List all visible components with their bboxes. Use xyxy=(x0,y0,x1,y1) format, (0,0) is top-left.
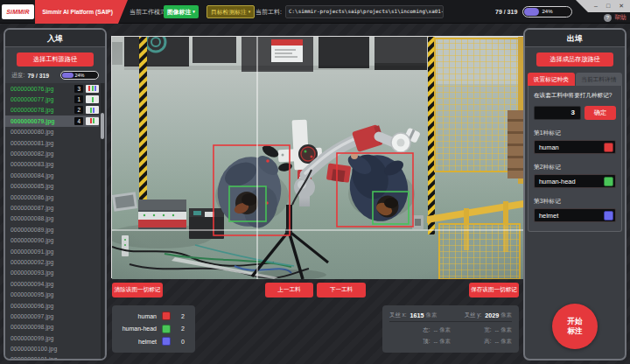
previous-item-button[interactable]: 上一工料 xyxy=(265,283,313,298)
file-row[interactable]: 0000000097.jpg xyxy=(5,311,99,321)
tab-item-details[interactable]: 当前工料详情 xyxy=(576,73,623,86)
crosshair-x-value: 1615 xyxy=(410,312,424,319)
legend-count: 0 xyxy=(181,339,185,345)
file-row[interactable]: 0000000078.jpg2 xyxy=(5,105,99,116)
chevron-down-icon: ▾ xyxy=(248,9,251,14)
file-name: 0000000099.jpg xyxy=(10,335,53,341)
file-row[interactable]: 0000000095.jpg xyxy=(5,289,99,299)
mark-count-question: 在该套工料中将要打几种标记? xyxy=(534,92,616,100)
mark-name-value: human-head xyxy=(535,178,604,186)
mode-dropdown-image-annotation[interactable]: 图像标注▾ xyxy=(164,5,199,18)
annotation-canvas[interactable] xyxy=(111,36,528,278)
legend-count: 2 xyxy=(181,326,185,332)
file-name: 00000000101.jpg xyxy=(10,356,57,359)
file-row[interactable]: 0000000098.jpg xyxy=(5,322,99,332)
mark-name-input[interactable]: human xyxy=(534,140,616,154)
minimize-button[interactable]: – xyxy=(594,0,598,12)
close-button[interactable]: ✕ xyxy=(619,0,624,12)
file-row[interactable]: 0000000079.jpg4 xyxy=(5,116,99,126)
file-row[interactable]: 0000000087.jpg xyxy=(5,202,99,213)
file-name: 0000000083.jpg xyxy=(10,161,53,167)
global-progress-bar: 24% xyxy=(522,6,572,18)
mark-fields: 第1种标记human第2种标记human-head第3种标记helmet xyxy=(534,129,616,222)
scrollbar-thumb[interactable] xyxy=(101,113,104,139)
file-row[interactable]: 0000000094.jpg xyxy=(5,278,99,289)
mode-dropdown-object-detection[interactable]: 目标检测标注▾ xyxy=(206,5,255,18)
file-row[interactable]: 0000000090.jpg xyxy=(5,234,99,245)
file-name: 0000000084.jpg xyxy=(10,172,53,178)
file-name: 0000000088.jpg xyxy=(10,215,53,221)
progress-label: 进度: xyxy=(11,71,24,80)
file-name: 0000000078.jpg xyxy=(10,107,53,113)
select-output-path-button[interactable]: 选择成品存放路径 xyxy=(536,52,613,66)
legend-label: human xyxy=(118,313,157,319)
class-legend: human2human-head2helmet0 xyxy=(112,305,195,353)
mark-type-label: 第2种标记 xyxy=(534,163,616,172)
mark-name-value: helmet xyxy=(535,212,604,220)
file-row[interactable]: 0000000089.jpg xyxy=(5,224,99,234)
save-marks-button[interactable]: 保存该图一切标记 xyxy=(469,283,519,298)
file-row[interactable]: 0000000093.jpg xyxy=(5,268,99,278)
file-row[interactable]: 0000000086.jpg xyxy=(5,192,99,202)
file-row[interactable]: 0000000092.jpg xyxy=(5,256,99,267)
select-source-path-button[interactable]: 选择工料源路径 xyxy=(17,52,94,66)
file-row[interactable]: 0000000096.jpg xyxy=(5,300,99,311)
legend-color-swatch xyxy=(162,312,171,320)
file-row[interactable]: 0000000077.jpg1 xyxy=(5,94,99,104)
mark-name-input[interactable]: human-head xyxy=(534,174,616,188)
output-panel: 出埠 选择成品存放路径 设置标记种类 当前工料详情 在该套工料中将要打几种标记?… xyxy=(523,28,626,360)
app-logo: SiMMIR xyxy=(2,4,34,19)
start-annotation-button[interactable]: 开始标注 xyxy=(552,304,598,349)
file-name: 0000000096.jpg xyxy=(10,303,53,309)
clear-marks-button[interactable]: 清除该图一切标记 xyxy=(112,283,163,298)
file-row[interactable]: 0000000091.jpg xyxy=(5,246,99,256)
next-item-button[interactable]: 下一工料 xyxy=(317,283,366,298)
help-icon: ? xyxy=(604,14,612,22)
file-row[interactable]: 0000000080.jpg xyxy=(5,127,99,137)
file-row[interactable]: 0000000099.jpg xyxy=(5,332,99,343)
box-top-value: -- xyxy=(433,338,438,346)
file-name: 0000000098.jpg xyxy=(10,324,53,330)
file-row[interactable]: 0000000083.jpg xyxy=(5,159,99,170)
help-button[interactable]: ? 帮助 xyxy=(604,13,626,22)
maximize-button[interactable]: □ xyxy=(606,0,610,12)
file-name: 0000000081.jpg xyxy=(10,140,53,146)
mark-type-label: 第1种标记 xyxy=(534,129,616,137)
crosshair-y-value: 2029 xyxy=(485,312,499,319)
confirm-button[interactable]: 确定 xyxy=(584,106,616,120)
file-name: 0000000093.jpg xyxy=(10,270,53,276)
file-name: 0000000087.jpg xyxy=(10,205,53,211)
file-row[interactable]: 0000000085.jpg xyxy=(5,181,99,192)
mark-name-input[interactable]: helmet xyxy=(534,208,616,222)
workshop-photo xyxy=(112,37,528,279)
legend-row: human-head2 xyxy=(118,323,189,336)
mark-color-swatch[interactable] xyxy=(604,143,613,152)
output-panel-title: 出埠 xyxy=(525,30,625,47)
input-panel-title: 入埠 xyxy=(5,30,105,47)
file-row[interactable]: 0000000081.jpg xyxy=(5,137,99,148)
file-row[interactable]: 0000000076.jpg3 xyxy=(5,83,99,94)
current-file-path[interactable]: C:\simmir-projects\saip\projects\s1\inco… xyxy=(285,5,444,18)
box-height-label: 高: xyxy=(484,338,491,346)
mark-color-swatch[interactable] xyxy=(604,177,613,186)
tab-mark-types[interactable]: 设置标记种类 xyxy=(528,73,575,86)
legend-row: human2 xyxy=(118,310,189,323)
window-controls: – □ ✕ xyxy=(565,0,630,12)
file-class-indicator xyxy=(86,117,99,125)
file-row[interactable]: 0000000084.jpg xyxy=(5,170,99,180)
progress-counter: 79 / 319 xyxy=(27,73,49,79)
file-row[interactable]: 0000000088.jpg xyxy=(5,214,99,224)
file-name: 0000000077.jpg xyxy=(10,96,53,102)
mark-name-value: human xyxy=(535,144,604,151)
box-width-label: 宽: xyxy=(484,326,491,334)
chevron-down-icon: ▾ xyxy=(192,9,195,14)
file-name: 0000000086.jpg xyxy=(10,194,53,200)
file-row[interactable]: 00000000100.jpg xyxy=(5,343,99,354)
file-row[interactable]: 00000000101.jpg xyxy=(5,354,99,359)
mark-color-swatch[interactable] xyxy=(604,211,613,220)
file-row[interactable]: 0000000082.jpg xyxy=(5,148,99,158)
crosshair-y-label: 叉丝 y: xyxy=(465,312,482,319)
legend-color-swatch xyxy=(162,337,171,346)
mark-count-input[interactable]: 3 xyxy=(534,106,581,120)
legend-label: human-head xyxy=(118,326,157,332)
